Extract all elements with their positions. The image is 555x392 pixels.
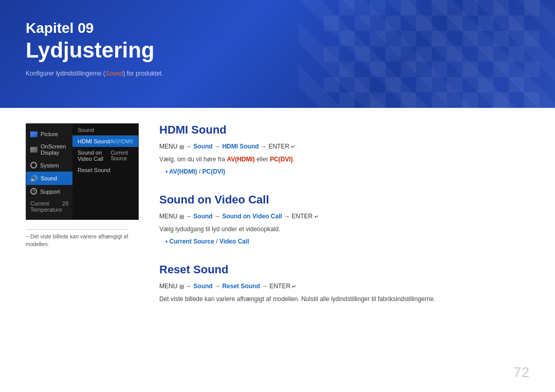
left-panel: Picture OnScreen Display System 🔊 Sound: [26, 123, 139, 319]
keyword-reset-sound: Reset Sound: [222, 283, 260, 290]
right-panel: HDMI Sound MENU ▤ → Sound → HDMI Sound →…: [159, 123, 529, 319]
description-reset-sound: Det viste billede kan variere afhængigt …: [159, 294, 529, 304]
tv-menu-reset-sound[interactable]: Reset Sound: [72, 164, 138, 176]
note-dash: −: [26, 233, 30, 239]
pc-dvi-text: PC(DVI): [270, 156, 293, 163]
menu-path-hdmi-sound: MENU ▤ → Sound → HDMI Sound → ENTER ↵: [159, 142, 529, 152]
reset-sound-label: Reset Sound: [78, 167, 110, 173]
description-sound-video-call: Vælg lydudgang til lyd under et videoopk…: [159, 225, 529, 234]
sound-video-call-label: Sound on Video Call: [78, 150, 110, 162]
enter-icon-3: ↵: [292, 283, 296, 291]
section-title-reset-sound: Reset Sound: [159, 263, 529, 276]
sidebar-label-support: Support: [40, 189, 60, 195]
tv-menu-screenshot: Picture OnScreen Display System 🔊 Sound: [26, 123, 139, 220]
sidebar-item-picture[interactable]: Picture: [26, 128, 72, 140]
sidebar-label-sound: Sound: [41, 175, 57, 181]
page-title: Lydjustering: [26, 38, 163, 63]
subtitle-highlight: Sound: [105, 70, 123, 77]
temp-value: 28: [62, 200, 68, 213]
sidebar-label-picture: Picture: [41, 131, 58, 137]
support-icon: ?: [30, 188, 37, 195]
header-banner: Kapitel 09 Lydjustering Konfigurer lydin…: [0, 0, 555, 108]
menu-path-sound-video-call: MENU ▤ → Sound → Sound on Video Call → E…: [159, 212, 529, 221]
hdmi-sound-label: HDMI Sound: [78, 138, 110, 144]
sidebar-item-system[interactable]: System: [26, 159, 72, 172]
options-list-hdmi-sound: AV(HDMI) / PC(DVI): [159, 166, 529, 178]
temperature-row: Current Temperature 28: [26, 198, 72, 215]
header-subtitle: Konfigurer lydindstillingerne (Sound) fo…: [26, 70, 163, 77]
av-hdmi-text: AV(HDMI): [227, 156, 254, 163]
section-title-sound-video-call: Sound on Video Call: [159, 193, 529, 207]
tv-menu-sound-video-call[interactable]: Sound on Video Call Current Source: [72, 147, 138, 164]
enter-icon-2: ↵: [314, 213, 319, 221]
sidebar-label-onscreen: OnScreen Display: [41, 143, 68, 156]
description-hdmi-sound: Vælg, om du vil høre fra AV(HDMI) eller …: [159, 155, 529, 164]
hdmi-sound-value: AV(HDMI): [110, 139, 133, 144]
keyword-sound-1: Sound: [193, 143, 212, 150]
keyword-hdmi-sound: HDMI Sound: [222, 143, 258, 150]
options-list-sound-video-call: Current Source / Video Call: [159, 236, 529, 248]
keyword-sound-3: Sound: [193, 283, 212, 290]
sidebar-label-system: System: [40, 162, 59, 169]
section-sound-video-call: Sound on Video Call MENU ▤ → Sound → Sou…: [159, 193, 529, 248]
picture-icon: [30, 132, 38, 137]
main-content: Picture OnScreen Display System 🔊 Sound: [0, 108, 555, 329]
keyword-sound-2: Sound: [193, 213, 212, 220]
tv-sidebar: Picture OnScreen Display System 🔊 Sound: [26, 124, 72, 219]
divider: [26, 229, 128, 230]
sidebar-item-sound[interactable]: 🔊 Sound: [26, 172, 72, 185]
header-text-block: Kapitel 09 Lydjustering Konfigurer lydin…: [26, 20, 163, 77]
menu-icon-1: ▤: [179, 144, 184, 150]
sidebar-item-onscreen[interactable]: OnScreen Display: [26, 140, 72, 159]
menu-icon-3: ▤: [179, 284, 184, 289]
sound-video-call-value: Current Source: [110, 150, 133, 161]
menu-icon-2: ▤: [179, 214, 184, 219]
section-title-hdmi-sound: HDMI Sound: [159, 123, 529, 137]
temp-label: Current Temperature: [30, 200, 62, 213]
tv-menu-hdmi-sound[interactable]: HDMI Sound AV(HDMI): [72, 136, 138, 147]
sidebar-item-support[interactable]: ? Support: [26, 185, 72, 198]
chapter-label: Kapitel 09: [26, 20, 163, 37]
gear-icon: [30, 162, 37, 169]
subtitle-post: ) for produktet.: [123, 70, 163, 77]
tv-content-panel: Sound HDMI Sound AV(HDMI) Sound on Video…: [72, 124, 138, 219]
menu-path-reset-sound: MENU ▤ → Sound → Reset Sound → ENTER ↵: [159, 282, 529, 291]
section-reset-sound: Reset Sound MENU ▤ → Sound → Reset Sound…: [159, 263, 529, 304]
keyword-sound-video-call: Sound on Video Call: [222, 213, 282, 220]
page-number: 72: [513, 364, 529, 381]
note-text: − Det viste billede kan variere afhængig…: [26, 233, 139, 248]
enter-icon-1: ↵: [291, 143, 295, 151]
option-current-source-video-call: Current Source / Video Call: [165, 236, 529, 248]
sound-icon: 🔊: [30, 175, 38, 182]
tv-menu-layout: Picture OnScreen Display System 🔊 Sound: [26, 124, 138, 219]
section-hdmi-sound: HDMI Sound MENU ▤ → Sound → HDMI Sound →…: [159, 123, 529, 178]
header-decorative-pattern: [324, 0, 540, 108]
onscreen-icon: [30, 147, 38, 153]
tv-panel-header: Sound: [72, 124, 138, 136]
option-av-hdmi-pc-dvi: AV(HDMI) / PC(DVI): [165, 166, 529, 178]
subtitle-pre: Konfigurer lydindstillingerne (: [26, 70, 105, 77]
